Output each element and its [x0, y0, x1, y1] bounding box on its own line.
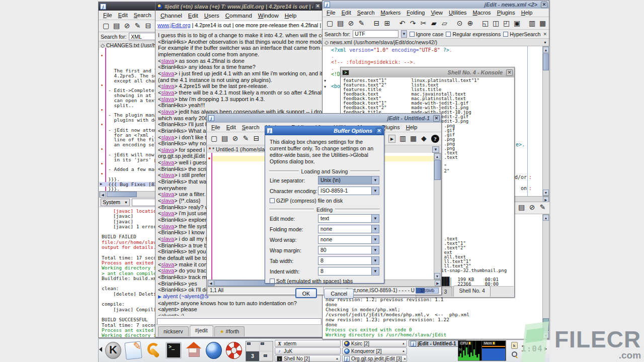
- toolbar-overflow-icon[interactable]: ▶: [388, 135, 395, 143]
- chat-nick[interactable]: slava: [161, 147, 174, 153]
- launcher-globe-icon[interactable]: [204, 340, 223, 360]
- ignore-case-checkbox[interactable]: Ignore case: [410, 31, 444, 37]
- search-combo-arrow-icon[interactable]: ▼: [401, 30, 407, 38]
- buffer-tab-news[interactable]: ◇ news.xml (/usr/home/slava/jEdit/doc/ne…: [323, 39, 549, 46]
- menu-item[interactable]: Folding: [404, 9, 428, 17]
- menu-item[interactable]: Edit: [223, 123, 239, 131]
- v-scrollbar-news[interactable]: ▲ ▼: [542, 46, 549, 196]
- menu-item[interactable]: Plugins: [494, 9, 518, 17]
- tab-shell-no-4[interactable]: Shell No. 4: [453, 286, 490, 297]
- menu-item[interactable]: Help: [518, 9, 536, 17]
- chat-nick[interactable]: BrianHks: [161, 64, 184, 70]
- chat-nick[interactable]: BrianHks: [161, 121, 184, 127]
- chat-nick[interactable]: BrianHks: [161, 274, 184, 280]
- buffer-switcher-arrow-icon[interactable]: ▼: [543, 41, 547, 44]
- fold-marker-icon[interactable]: [101, 173, 103, 174]
- menu-item[interactable]: Macros: [470, 9, 494, 17]
- new-file-icon[interactable]: ▢: [101, 21, 111, 31]
- chevron-down-icon[interactable]: ▼: [371, 176, 379, 184]
- close-icon[interactable]: ✕: [506, 69, 513, 76]
- titlebar-untitled[interactable]: jEdit - Untitled-1 ✕: [207, 114, 441, 123]
- new-view-icon[interactable]: ▣: [512, 19, 522, 28]
- chat-nick[interactable]: slava: [161, 172, 174, 178]
- taskbar-button-ksirc-2-[interactable]: Ksirc [2]▲: [342, 340, 407, 347]
- chat-nick[interactable]: BrianHks: [161, 128, 184, 134]
- buffer-switcher-arrow-icon[interactable]: ▼: [432, 146, 439, 153]
- menu-item[interactable]: Help: [403, 123, 421, 131]
- topic-bar[interactable]: www.jEdit.org | 4.2pre14 is out | one mo…: [155, 21, 323, 30]
- print-icon[interactable]: ⊟: [371, 19, 382, 28]
- chat-nick[interactable]: slava: [161, 83, 174, 89]
- chat-nick[interactable]: alyent: [161, 306, 176, 312]
- close-icon[interactable]: ✕: [541, 2, 547, 8]
- menu-item[interactable]: File: [100, 11, 115, 19]
- panel-hide-icon[interactable]: [99, 347, 102, 352]
- taskbar-button-xterm[interactable]: xterm: [275, 340, 341, 347]
- v-scrollbar-console-news[interactable]: ▲ ▼: [542, 214, 549, 339]
- menu-item[interactable]: Users: [201, 12, 222, 20]
- chat-nick[interactable]: BrianHks: [161, 217, 184, 223]
- copy-icon[interactable]: ▰: [429, 19, 439, 28]
- gzip-checkbox[interactable]: GZIP (compress) file on disk: [270, 197, 379, 205]
- chat-nick[interactable]: slava: [161, 261, 174, 267]
- menu-item[interactable]: Channel: [157, 12, 185, 20]
- chat-nick[interactable]: BrianHks: [161, 102, 184, 108]
- magnifier-icon[interactable]: [511, 351, 518, 357]
- chat-nick[interactable]: alyent: [161, 300, 176, 306]
- menu-item[interactable]: Help: [282, 12, 300, 20]
- menu-item[interactable]: Edit: [185, 12, 201, 20]
- tab--forth[interactable]: ★#forth: [214, 326, 245, 336]
- edit-icon[interactable]: ✎: [240, 134, 251, 143]
- edit-icon[interactable]: ✎: [356, 19, 367, 28]
- menu-item[interactable]: Search: [131, 11, 154, 19]
- menu-item[interactable]: Utilities: [446, 9, 469, 17]
- menu-item[interactable]: Markers: [378, 9, 404, 17]
- close-icon[interactable]: ✕: [376, 128, 382, 134]
- run-again-icon[interactable]: ▤: [516, 203, 527, 212]
- desktop-pager[interactable]: 3: [246, 341, 273, 361]
- topic-link[interactable]: www.jEdit.org: [157, 22, 190, 28]
- chat-nick[interactable]: slava: [161, 191, 174, 197]
- close-buffer-icon[interactable]: ⊘: [230, 134, 240, 143]
- search-combo[interactable]: UTF: [353, 30, 398, 38]
- print-icon[interactable]: ⊟: [251, 134, 262, 143]
- option-combo[interactable]: none▼: [318, 235, 379, 244]
- hypersearch-checkbox[interactable]: HyperSearch: [503, 31, 540, 37]
- chat-nick[interactable]: slava: [161, 210, 174, 216]
- chat-nick[interactable]: slava: [161, 198, 174, 204]
- option-combo[interactable]: ISO-8859-1▼: [318, 187, 379, 195]
- pager-cell-3[interactable]: 3: [246, 351, 259, 361]
- chat-nick[interactable]: slava: [161, 159, 174, 165]
- chat-nick[interactable]: slava: [161, 236, 174, 242]
- taskbar-button-shell-no-2-[interactable]: Shell No [2]▲: [275, 355, 341, 362]
- taskbar-button-org-gjt-sp-jedit-jedit-3-[interactable]: Org.gjt.sp.jedit.jEdit [3]▲: [342, 355, 407, 362]
- open-file-icon[interactable]: ▤: [219, 134, 230, 143]
- close-icon[interactable]: ✕: [314, 3, 321, 10]
- chat-nick[interactable]: BrianHks: [161, 248, 184, 254]
- chat-nick[interactable]: BrianHks: [161, 178, 184, 185]
- launcher-note-icon[interactable]: [124, 340, 143, 360]
- pager-cell-2[interactable]: [260, 341, 273, 351]
- taskbar-clock[interactable]: 1:04: [521, 344, 547, 353]
- chat-nick[interactable]: slava: [161, 223, 174, 229]
- option-combo[interactable]: none▼: [318, 225, 379, 233]
- option-combo[interactable]: text▼: [318, 214, 379, 223]
- tab--jedit[interactable]: #jedit: [190, 325, 213, 336]
- fold-arrow-icon[interactable]: ▶: [100, 182, 102, 187]
- menu-item[interactable]: Window: [255, 12, 282, 20]
- chevron-down-icon[interactable]: ▼: [371, 236, 379, 243]
- regex-checkbox[interactable]: Regular expressions: [446, 31, 501, 37]
- menu-item[interactable]: Search: [239, 123, 263, 131]
- chevron-down-icon[interactable]: ▼: [371, 187, 379, 195]
- new-file-icon[interactable]: ▢: [209, 134, 219, 143]
- titlebar-news[interactable]: jEdit - news.xml <2> ✕: [323, 1, 549, 9]
- fold-marker-icon[interactable]: [101, 109, 103, 111]
- launcher-help-icon[interactable]: [224, 340, 244, 360]
- find-next-icon[interactable]: ⊕: [465, 19, 475, 28]
- chat-nick[interactable]: BrianHks: [161, 229, 184, 235]
- titlebar-buffer-options[interactable]: Buffer Options ✕: [265, 126, 384, 135]
- chat-nick[interactable]: BrianHks: [161, 204, 184, 210]
- fold-marker-icon[interactable]: [101, 148, 103, 150]
- chat-nick[interactable]: slava: [161, 70, 174, 76]
- chat-nick[interactable]: slava: [161, 109, 174, 115]
